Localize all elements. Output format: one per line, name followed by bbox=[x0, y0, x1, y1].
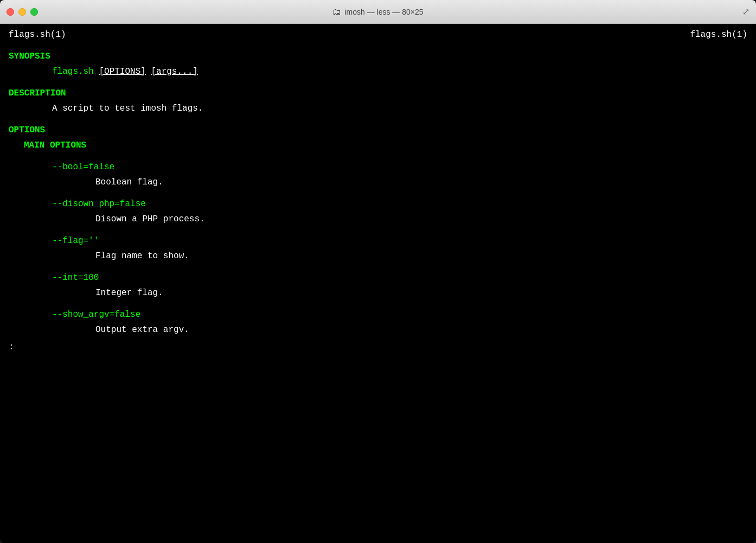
terminal-window: 🗂 imosh — less — 80×25 ⤢ flags.sh(1) fla… bbox=[0, 0, 756, 543]
window-title: 🗂 imosh — less — 80×25 bbox=[332, 7, 423, 17]
description-text: A script to test imosh flags. bbox=[9, 102, 747, 115]
header-left: flags.sh(1) bbox=[9, 28, 66, 41]
synopsis-args: [args...] bbox=[151, 67, 197, 76]
flag-show-argv: --show_argv=false Output extra argv. bbox=[9, 308, 747, 336]
flag-bool: --bool=false Boolean flag. bbox=[9, 161, 747, 189]
flag-int-desc: Integer flag. bbox=[9, 286, 747, 299]
resize-icon[interactable]: ⤢ bbox=[742, 7, 749, 17]
synopsis-line: flags.sh [OPTIONS] [args...] bbox=[9, 65, 747, 78]
flag-flag: --flag='' Flag name to show. bbox=[9, 234, 747, 263]
flag-flag-desc: Flag name to show. bbox=[9, 250, 747, 263]
man-page-header: flags.sh(1) flags.sh(1) bbox=[9, 28, 747, 41]
flag-bool-name: --bool=false bbox=[9, 161, 747, 174]
flag-disown-php-name: --disown_php=false bbox=[9, 197, 747, 210]
flag-show-argv-desc: Output extra argv. bbox=[9, 323, 747, 336]
synopsis-section: SYNOPSIS flags.sh [OPTIONS] [args...] bbox=[9, 50, 747, 78]
synopsis-header: SYNOPSIS bbox=[9, 50, 747, 63]
options-header: OPTIONS bbox=[9, 124, 747, 137]
prompt-char: : bbox=[9, 342, 14, 352]
main-options-header: MAIN OPTIONS bbox=[9, 139, 747, 152]
flag-disown-php: --disown_php=false Disown a PHP process. bbox=[9, 197, 747, 226]
flag-int: --int=100 Integer flag. bbox=[9, 271, 747, 299]
prompt-line: : bbox=[9, 341, 747, 354]
options-section: OPTIONS MAIN OPTIONS --bool=false Boolea… bbox=[9, 124, 747, 336]
synopsis-command: flags.sh bbox=[52, 67, 94, 76]
flag-show-argv-name: --show_argv=false bbox=[9, 308, 747, 321]
flag-int-name: --int=100 bbox=[9, 271, 747, 284]
synopsis-options: [OPTIONS] bbox=[99, 67, 145, 76]
folder-icon: 🗂 bbox=[332, 7, 341, 17]
header-right: flags.sh(1) bbox=[690, 28, 747, 41]
minimize-button[interactable] bbox=[18, 8, 26, 16]
flag-disown-php-desc: Disown a PHP process. bbox=[9, 213, 747, 226]
titlebar: 🗂 imosh — less — 80×25 ⤢ bbox=[0, 0, 756, 24]
flag-flag-name: --flag='' bbox=[9, 234, 747, 247]
traffic-lights bbox=[7, 8, 38, 16]
description-section: DESCRIPTION A script to test imosh flags… bbox=[9, 87, 747, 115]
flag-bool-desc: Boolean flag. bbox=[9, 176, 747, 189]
close-button[interactable] bbox=[7, 8, 14, 16]
description-header: DESCRIPTION bbox=[9, 87, 747, 100]
maximize-button[interactable] bbox=[30, 8, 38, 16]
terminal-content: flags.sh(1) flags.sh(1) SYNOPSIS flags.s… bbox=[0, 24, 756, 543]
